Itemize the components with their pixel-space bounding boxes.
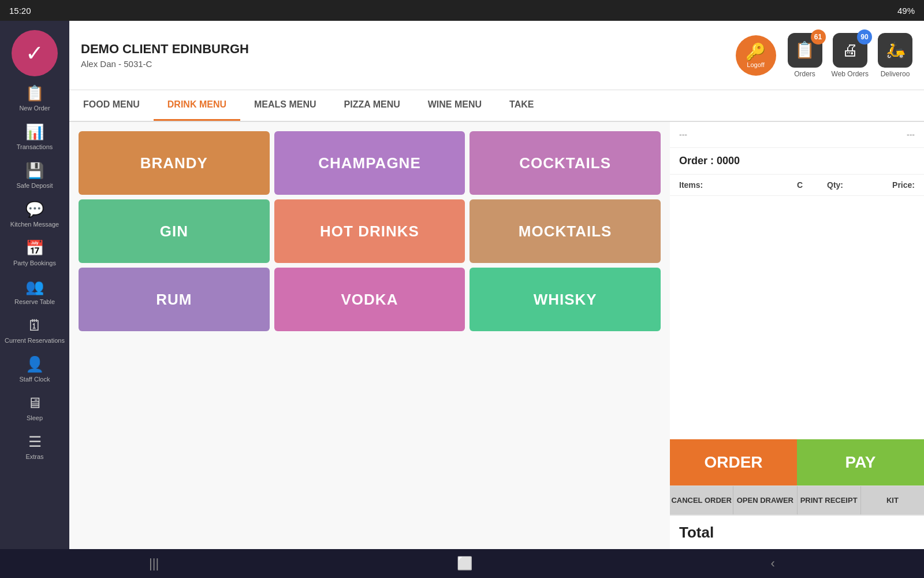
tab-wine-menu[interactable]: WINE MENU: [414, 90, 495, 121]
tab-take[interactable]: TAKE: [495, 90, 547, 121]
deliveroo-button[interactable]: 🛵 Deliveroo: [878, 33, 912, 78]
sidebar-item-safe-deposit[interactable]: 💾 Safe Deposit: [0, 156, 69, 195]
extras-icon: ☰: [28, 433, 42, 451]
kit-button[interactable]: KIT: [861, 486, 924, 514]
hot-drinks-button[interactable]: HOT DRINKS: [274, 199, 465, 263]
orders-badge: 61: [811, 29, 826, 45]
sidebar-item-kitchen-message[interactable]: 💬 Kitchen Message: [0, 195, 69, 234]
web-orders-label: Web Orders: [832, 70, 869, 78]
header: DEMO CLIENT EDINBURGH Alex Dan - 5031-C …: [69, 21, 924, 90]
deliveroo-label: Deliveroo: [881, 70, 910, 78]
sub-action-buttons: CANCEL ORDER OPEN DRAWER PRINT RECEIPT K…: [670, 486, 924, 514]
sidebar-item-reserve-table[interactable]: 👥 Reserve Table: [0, 272, 69, 311]
logoff-label: Logoff: [747, 61, 764, 68]
order-button[interactable]: ORDER: [670, 439, 797, 486]
whisky-button[interactable]: WHISKY: [470, 268, 661, 331]
staff-clock-icon: 👤: [25, 355, 44, 373]
brandy-button[interactable]: BRANDY: [79, 131, 270, 195]
sidebar-item-sleep[interactable]: 🖥 Sleep: [0, 388, 69, 427]
order-panel: --- --- Order : 0000 Items: C Qty: Price…: [670, 122, 924, 549]
order-header-right: ---: [907, 130, 915, 139]
nav-home-icon[interactable]: ⬜: [457, 556, 472, 571]
pay-button[interactable]: PAY: [797, 439, 924, 486]
order-items-list: [670, 196, 924, 439]
time-display: 15:20: [9, 6, 31, 16]
order-title: Order : 0000: [670, 148, 924, 175]
sidebar-item-staff-clock[interactable]: 👤 Staff Clock: [0, 350, 69, 388]
sidebar-item-current-reservations[interactable]: 🗓 Current Reservations: [0, 311, 69, 350]
drink-menu-grid: BRANDY CHAMPAGNE COCKTAILS GIN HOT DRINK…: [79, 131, 661, 331]
col-c-label: C: [797, 180, 820, 190]
status-bar: 15:20 49%: [0, 0, 924, 21]
client-name: DEMO CLIENT EDINBURGH: [81, 42, 724, 57]
party-bookings-icon: 📅: [25, 239, 44, 257]
rum-button[interactable]: RUM: [79, 268, 270, 331]
col-price-label: Price:: [869, 180, 915, 190]
order-action-buttons: ORDER PAY: [670, 439, 924, 486]
tab-food-menu[interactable]: FOOD MENU: [69, 90, 154, 121]
key-icon: 🔑: [746, 42, 766, 61]
tab-bar: FOOD MENU DRINK MENU MEALS MENU PIZZA ME…: [69, 90, 924, 122]
sidebar-item-transactions[interactable]: 📊 Transactions: [0, 117, 69, 156]
check-avatar[interactable]: ✓: [12, 30, 58, 76]
order-header-left: ---: [679, 130, 687, 139]
total-bar: Total: [670, 514, 924, 549]
web-orders-button[interactable]: 🖨 90 Web Orders: [832, 33, 869, 78]
vodka-button[interactable]: VODKA: [274, 268, 465, 331]
battery-display: 49%: [897, 6, 915, 16]
orders-label: Orders: [794, 70, 815, 78]
sidebar-item-new-order[interactable]: 📋 New Order: [0, 79, 69, 117]
sleep-icon: 🖥: [27, 394, 42, 412]
col-qty-label: Qty:: [827, 180, 862, 190]
deliveroo-icon: 🛵: [878, 33, 912, 68]
user-info: Alex Dan - 5031-C: [81, 59, 724, 69]
total-label: Total: [679, 524, 714, 542]
order-columns: Items: C Qty: Price:: [670, 175, 924, 196]
new-order-icon: 📋: [25, 84, 44, 102]
kitchen-message-icon: 💬: [25, 201, 44, 218]
order-panel-header: --- ---: [670, 122, 924, 148]
nav-menu-icon[interactable]: |||: [149, 556, 159, 571]
transactions-icon: 📊: [25, 123, 44, 141]
safe-deposit-icon: 💾: [25, 162, 44, 180]
current-reservations-icon: 🗓: [27, 317, 42, 335]
orders-button[interactable]: 📋 61 Orders: [788, 33, 822, 78]
header-actions: 📋 61 Orders 🖨 90 Web Orders 🛵 Deliveroo: [788, 33, 912, 78]
tab-drink-menu[interactable]: DRINK MENU: [154, 90, 240, 121]
nav-back-icon[interactable]: ‹: [771, 556, 775, 571]
bottom-nav-bar: ||| ⬜ ‹: [0, 549, 924, 578]
web-orders-badge: 90: [857, 29, 872, 45]
cancel-order-button[interactable]: CANCEL ORDER: [670, 486, 733, 514]
reserve-table-icon: 👥: [25, 278, 44, 296]
logoff-button[interactable]: 🔑 Logoff: [736, 35, 776, 76]
gin-button[interactable]: GIN: [79, 199, 270, 263]
cocktails-button[interactable]: COCKTAILS: [470, 131, 661, 195]
sidebar-item-party-bookings[interactable]: 📅 Party Bookings: [0, 234, 69, 272]
col-items-label: Items:: [679, 180, 790, 190]
sidebar-item-extras[interactable]: ☰ Extras: [0, 427, 69, 466]
open-drawer-button[interactable]: OPEN DRAWER: [733, 486, 797, 514]
header-title: DEMO CLIENT EDINBURGH Alex Dan - 5031-C: [81, 42, 724, 69]
main-content: BRANDY CHAMPAGNE COCKTAILS GIN HOT DRINK…: [69, 122, 670, 549]
print-receipt-button[interactable]: PRINT RECEIPT: [798, 486, 861, 514]
sidebar: ✓ 📋 New Order 📊 Transactions 💾 Safe Depo…: [0, 21, 69, 549]
champagne-button[interactable]: CHAMPAGNE: [274, 131, 465, 195]
tab-meals-menu[interactable]: MEALS MENU: [240, 90, 330, 121]
mocktails-button[interactable]: MOCKTAILS: [470, 199, 661, 263]
tab-pizza-menu[interactable]: PIZZA MENU: [330, 90, 414, 121]
